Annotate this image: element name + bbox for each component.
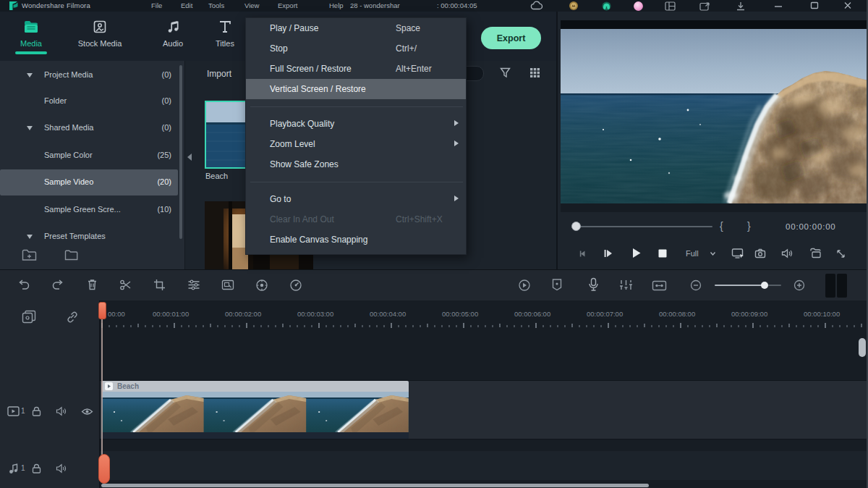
audio-track-lane[interactable] — [100, 451, 868, 480]
ruler-tick — [774, 325, 775, 327]
speed-button[interactable] — [289, 279, 302, 292]
preview-seek-bar[interactable] — [572, 226, 712, 227]
render-preview-button[interactable] — [809, 248, 822, 258]
stop-button[interactable] — [658, 248, 668, 258]
timeline-zoom-slider-rest[interactable] — [768, 285, 781, 286]
timeline-view-toggle-2[interactable] — [837, 274, 847, 298]
menubar-item-help[interactable]: Help — [329, 1, 344, 9]
audio-track-mute-button[interactable] — [56, 463, 67, 474]
timeline-zoom-slider[interactable] — [715, 285, 762, 286]
ruler-tick — [203, 325, 204, 327]
preview-quality-selector[interactable]: Full — [686, 249, 699, 258]
tree-item-preset-templates[interactable]: Preset Templates — [0, 224, 178, 250]
auto-ripple-button[interactable] — [652, 280, 667, 291]
playhead-handle[interactable] — [98, 302, 106, 319]
color-match-button[interactable] — [255, 279, 268, 292]
previous-frame-button[interactable] — [578, 249, 587, 258]
undo-button[interactable] — [17, 279, 30, 291]
import-button[interactable]: Import — [207, 69, 231, 79]
tree-item-project-media[interactable]: Project Media(0) — [0, 62, 178, 88]
audio-track-lock-button[interactable] — [32, 463, 41, 474]
tree-item-sample-color[interactable]: Sample Color(25) — [0, 143, 178, 169]
manage-tracks-button[interactable] — [22, 310, 36, 324]
workspace-layout-icon[interactable] — [665, 1, 676, 11]
support-icon[interactable] — [601, 1, 612, 12]
split-scissors-button[interactable] — [119, 279, 132, 291]
tree-expand-arrow-icon[interactable] — [27, 126, 33, 130]
timeline-view-toggle-1[interactable] — [825, 274, 835, 298]
menu-item-stop[interactable]: StopCtrl+/ — [246, 38, 466, 59]
snapshot-camera-button[interactable] — [754, 248, 766, 258]
timeline-zoom-knob[interactable] — [761, 282, 768, 289]
preview-video-frame[interactable] — [561, 29, 868, 203]
audio-mixer-button[interactable] — [619, 279, 633, 292]
menubar-item-tools[interactable]: Tools — [208, 1, 224, 9]
ruler-tick — [253, 325, 255, 327]
menu-item-vertical-screen-restore[interactable]: Vertical Screen / Restore — [246, 79, 466, 99]
minimize-button[interactable] — [774, 2, 783, 9]
avatar-icon[interactable] — [633, 1, 644, 12]
tab-media[interactable]: Media — [0, 14, 66, 55]
cloud-icon[interactable] — [530, 1, 543, 11]
member-badge-icon[interactable] — [569, 1, 579, 11]
timeline-clip-beach[interactable]: Beach — [101, 381, 409, 439]
fullscreen-expand-button[interactable] — [836, 249, 846, 258]
adjust-properties-button[interactable] — [187, 279, 200, 291]
link-clips-button[interactable] — [66, 311, 79, 323]
voiceover-mic-button[interactable] — [588, 277, 599, 293]
share-project-icon[interactable] — [699, 1, 710, 11]
marker-button[interactable] — [551, 278, 563, 292]
filter-funnel-icon[interactable] — [500, 67, 511, 78]
render-play-button[interactable] — [518, 279, 531, 292]
menubar-item-view[interactable]: View — [244, 1, 259, 9]
mark-in-button[interactable]: { — [720, 220, 723, 232]
menu-item-zoom-level[interactable]: Zoom Level — [246, 134, 466, 154]
menu-item-full-screen-restore[interactable]: Full Screen / RestoreAlt+Enter — [246, 59, 466, 79]
menu-item-go-to[interactable]: Go to — [246, 189, 466, 209]
new-folder-button[interactable] — [22, 249, 37, 261]
tree-item-sample-video[interactable]: Sample Video(20) — [0, 169, 178, 195]
mute-speaker-button[interactable] — [781, 248, 793, 258]
grid-view-icon[interactable] — [529, 67, 540, 78]
timeline-vertical-scrollbar[interactable] — [859, 338, 866, 357]
playhead-bottom-grip[interactable] — [98, 454, 110, 484]
menubar-item-edit[interactable]: Edit — [181, 1, 192, 9]
menubar-item-export[interactable]: Export — [278, 1, 297, 9]
video-track-mute-button[interactable] — [56, 406, 67, 416]
ruler-tick — [817, 325, 819, 327]
crop-button[interactable] — [153, 279, 166, 291]
quality-chevron-icon[interactable] — [710, 251, 716, 256]
panel-collapse-arrow-icon[interactable] — [187, 153, 192, 161]
maximize-button[interactable] — [810, 1, 819, 9]
menu-item-show-safe-zones[interactable]: Show Safe Zones — [246, 154, 466, 174]
preview-seek-knob[interactable] — [571, 222, 581, 231]
export-button[interactable]: Export — [481, 27, 541, 49]
mark-out-button[interactable]: } — [747, 220, 751, 232]
timeline-horizontal-scrollbar[interactable] — [101, 484, 649, 487]
tree-scrollbar[interactable] — [179, 65, 182, 239]
tab-stock-media[interactable]: Stock Media — [65, 14, 135, 55]
folder-button[interactable] — [64, 250, 78, 261]
ruler-tick — [145, 325, 146, 327]
close-button[interactable] — [843, 1, 852, 9]
next-frame-button[interactable] — [603, 248, 613, 259]
tree-expand-arrow-icon[interactable] — [27, 235, 33, 239]
menu-item-play-pause[interactable]: Play / PauseSpace — [246, 18, 466, 38]
tree-expand-arrow-icon[interactable] — [27, 73, 33, 77]
menubar-item-file[interactable]: File — [151, 1, 162, 9]
download-icon[interactable] — [736, 1, 746, 11]
tree-item-sample-green-scre-[interactable]: Sample Green Scre...(10) — [0, 197, 178, 223]
menu-item-playback-quality[interactable]: Playback Quality — [246, 114, 466, 134]
menu-item-enable-canvas-snapping[interactable]: Enable Canvas Snapping — [246, 230, 466, 250]
tree-item-shared-media[interactable]: Shared Media(0) — [0, 115, 178, 141]
tree-item-folder[interactable]: Folder(0) — [0, 88, 178, 114]
redo-button[interactable] — [51, 279, 64, 291]
zoom-out-button[interactable] — [690, 279, 702, 291]
video-track-visibility-button[interactable] — [81, 408, 93, 416]
play-button[interactable] — [631, 247, 642, 259]
delete-button[interactable] — [87, 278, 98, 291]
pan-zoom-button[interactable] — [221, 279, 234, 291]
zoom-in-button[interactable] — [793, 279, 805, 291]
mirror-display-button[interactable] — [731, 248, 745, 259]
video-track-lock-button[interactable] — [32, 406, 41, 416]
